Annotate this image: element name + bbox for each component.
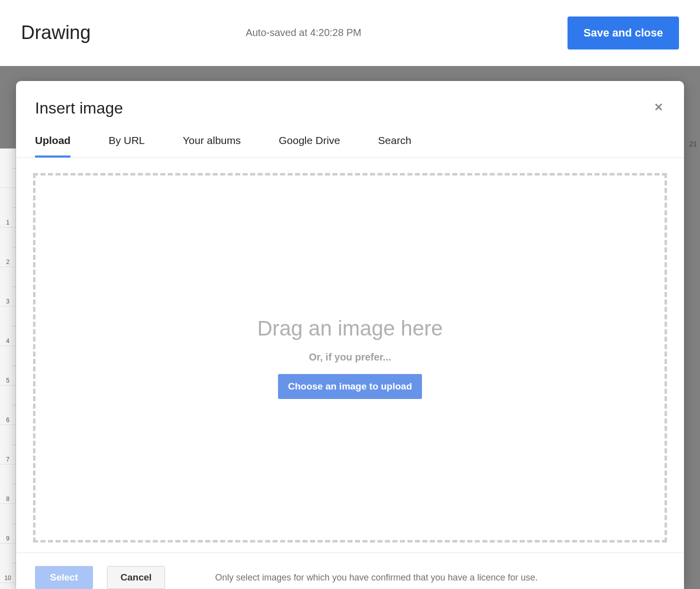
tab-search[interactable]: Search [378,134,412,158]
ruler-tick: 1 [0,188,16,228]
tab-google-drive[interactable]: Google Drive [279,134,340,158]
save-and-close-button[interactable]: Save and close [568,16,679,50]
ruler-tick: 7 [0,425,16,464]
vertical-ruler: 1 2 3 4 5 6 7 8 9 10 11 12 13 14 [0,148,16,589]
modal-title: Insert image [35,99,123,118]
close-icon[interactable]: ✕ [652,99,665,116]
dropzone[interactable]: Drag an image here Or, if you prefer... … [33,173,667,542]
insert-image-modal: Insert image ✕ Upload By URL Your albums… [16,81,684,589]
ruler-tick: 5 [0,346,16,386]
dropzone-sub-text: Or, if you prefer... [309,352,392,363]
tab-by-url[interactable]: By URL [108,134,144,158]
ruler-tick: 3 [0,267,16,306]
choose-image-button[interactable]: Choose an image to upload [278,374,422,399]
ruler-tick: 8 [0,464,16,504]
licence-notice: Only select images for which you have co… [215,572,538,583]
ruler-tick: 2 [0,228,16,267]
ruler-tick [0,148,16,188]
select-button[interactable]: Select [35,566,93,589]
ruler-corner-value: 21 [689,140,697,148]
tab-your-albums[interactable]: Your albums [183,134,241,158]
modal-tabs: Upload By URL Your albums Google Drive S… [16,122,684,158]
ruler-tick: 9 [0,504,16,544]
ruler-tick: 4 [0,306,16,346]
modal-header: Insert image ✕ [16,81,684,122]
cancel-button[interactable]: Cancel [107,566,165,589]
ruler-tick: 10 [0,544,16,583]
modal-footer: Select Cancel Only select images for whi… [16,552,684,589]
dropzone-main-text: Drag an image here [257,316,442,340]
drawing-title: Drawing [21,22,90,44]
ruler-tick: 6 [0,386,16,425]
ruler-tick: 11 [0,583,16,589]
drawing-header: Drawing Auto-saved at 4:20:28 PM Save an… [0,0,700,66]
autosave-status: Auto-saved at 4:20:28 PM [246,27,568,38]
dropzone-area: Drag an image here Or, if you prefer... … [16,158,684,552]
tab-upload[interactable]: Upload [35,134,70,158]
